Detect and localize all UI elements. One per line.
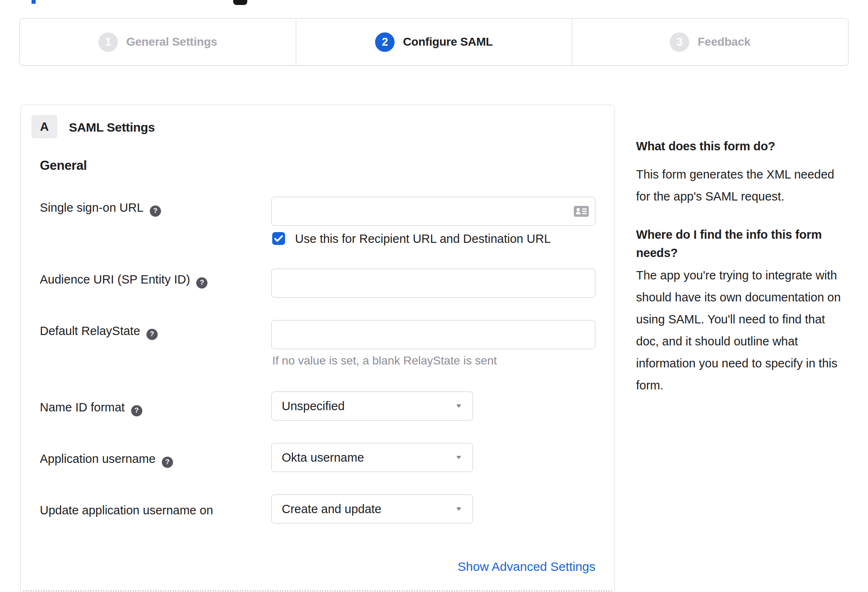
step-number-badge: 2 — [375, 32, 395, 52]
saml-settings-panel: A SAML Settings General Single sign-on U… — [20, 105, 615, 592]
sso-url-input[interactable] — [271, 197, 595, 226]
section-dotted-divider — [23, 590, 612, 592]
panel-title: SAML Settings — [69, 120, 155, 135]
update-app-username-label: Update application username on — [40, 504, 213, 517]
selected-value: Okta username — [282, 451, 364, 465]
help-paragraph-2: The app you're trying to integrate with … — [636, 264, 841, 396]
step-label: General Settings — [126, 35, 217, 49]
clipped-header-artifact-blue — [32, 0, 36, 4]
checkmark-icon — [274, 235, 283, 242]
chevron-down-icon: ▼ — [455, 454, 463, 461]
help-icon[interactable]: ? — [146, 329, 158, 340]
general-section-heading: General — [40, 158, 87, 173]
step-label: Feedback — [697, 35, 751, 49]
default-relaystate-input[interactable] — [271, 320, 595, 349]
help-icon[interactable]: ? — [196, 277, 207, 289]
selected-value: Create and update — [282, 502, 381, 516]
recipient-url-checkbox-label: Use this for Recipient URL and Destinati… — [295, 232, 551, 246]
audience-uri-label: Audience URI (SP Entity ID)? — [40, 273, 207, 289]
default-relaystate-label: Default RelayState? — [40, 324, 158, 340]
update-app-username-select[interactable]: Create and update ▼ — [271, 494, 473, 524]
audience-uri-input[interactable] — [271, 269, 595, 298]
relaystate-hint: If no value is set, a blank RelayState i… — [272, 354, 497, 367]
selected-value: Unspecified — [282, 399, 345, 413]
step-feedback[interactable]: 3 Feedback — [572, 19, 848, 65]
sso-url-input-wrap — [271, 197, 595, 226]
show-advanced-settings-link[interactable]: Show Advanced Settings — [271, 560, 595, 574]
step-number-badge: 1 — [98, 32, 118, 52]
step-number-badge: 3 — [670, 32, 689, 52]
help-heading-2: Where do I find the info this form needs… — [636, 225, 822, 262]
section-letter-badge: A — [32, 115, 57, 138]
sso-url-label: Single sign-on URL? — [40, 201, 161, 217]
help-icon[interactable]: ? — [150, 205, 161, 217]
step-label: Configure SAML — [403, 35, 493, 49]
help-heading-1: What does this form do? — [636, 137, 775, 155]
clipped-header-artifact-dark — [233, 0, 247, 5]
contact-card-icon — [574, 205, 589, 217]
help-icon[interactable]: ? — [162, 457, 173, 468]
chevron-down-icon: ▼ — [455, 403, 463, 409]
step-configure-saml[interactable]: 2 Configure SAML — [296, 19, 572, 65]
application-username-select[interactable]: Okta username ▼ — [271, 443, 473, 472]
application-username-label: Application username? — [40, 452, 173, 468]
help-icon[interactable]: ? — [131, 405, 142, 416]
wizard-stepper: 1 General Settings 2 Configure SAML 3 Fe… — [20, 18, 848, 66]
step-general-settings[interactable]: 1 General Settings — [20, 19, 296, 65]
name-id-format-select[interactable]: Unspecified ▼ — [271, 391, 473, 421]
chevron-down-icon: ▼ — [455, 506, 463, 512]
name-id-format-label: Name ID format? — [40, 401, 142, 416]
recipient-url-checkbox[interactable] — [272, 232, 285, 245]
help-paragraph-1: This form generates the XML needed for t… — [636, 164, 834, 208]
